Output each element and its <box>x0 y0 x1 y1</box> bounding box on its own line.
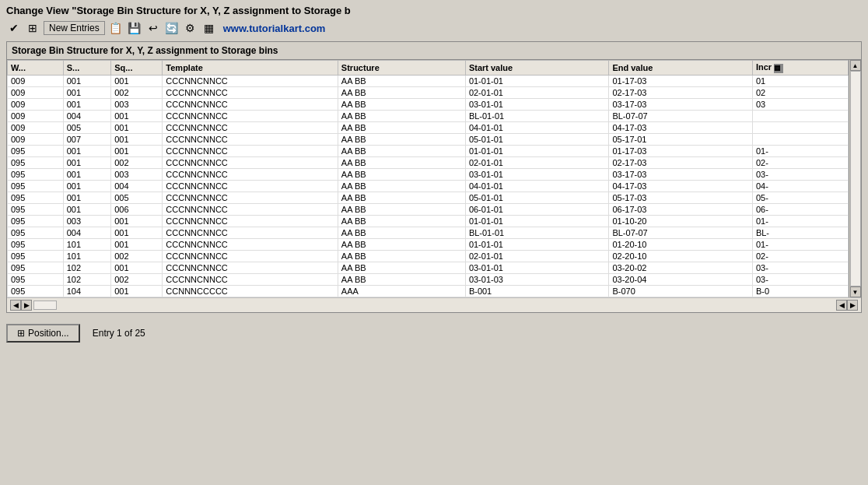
table-row[interactable]: 009 004 001 CCCNNCNNCC AA BB BL-01-01 BL… <box>8 111 849 122</box>
new-entries-button[interactable]: New Entries <box>44 21 105 35</box>
cell-s: 001 <box>63 87 111 99</box>
cell-structure: AA BB <box>338 99 465 111</box>
cell-incr: 03 <box>752 99 848 111</box>
table-row[interactable]: 095 001 002 CCCNNCNNCC AA BB 02-01-01 02… <box>8 157 849 169</box>
table-icon[interactable]: ⊞ <box>25 20 40 36</box>
undo-icon[interactable]: ↩ <box>145 20 161 36</box>
table-row[interactable]: 095 001 003 CCCNNCNNCC AA BB 03-01-01 03… <box>8 169 849 181</box>
table-row[interactable]: 009 001 002 CCCNNCNNCC AA BB 02-01-01 02… <box>8 87 849 99</box>
watermark: www.tutorialkart.com <box>223 23 326 34</box>
table-row[interactable]: 095 001 005 CCCNNCNNCC AA BB 05-01-01 05… <box>8 192 849 204</box>
position-button[interactable]: ⊞ Position... <box>6 324 80 343</box>
scroll-track[interactable] <box>850 71 861 286</box>
cell-w: 009 <box>8 76 64 87</box>
check-icon[interactable]: ✔ <box>6 20 22 36</box>
cell-incr: B-0 <box>752 286 848 297</box>
table-row[interactable]: 009 007 001 CCCNNCNNCC AA BB 05-01-01 05… <box>8 134 849 146</box>
col-header-template: Template <box>163 61 338 76</box>
cell-start: 04-01-01 <box>465 181 609 192</box>
table-row[interactable]: 095 001 004 CCCNNCNNCC AA BB 04-01-01 04… <box>8 181 849 192</box>
table-row[interactable]: 095 102 001 CCCNNCNNCC AA BB 03-01-01 03… <box>8 262 849 274</box>
copy-icon[interactable]: 📋 <box>108 20 124 36</box>
cell-s: 007 <box>63 134 111 146</box>
cell-incr: 01 <box>752 76 848 87</box>
cell-sq: 002 <box>111 87 163 99</box>
cell-incr: 03- <box>752 262 848 274</box>
horiz-scroll-track[interactable] <box>33 300 57 310</box>
cell-structure: AA BB <box>338 192 465 204</box>
refresh-icon[interactable]: 🔄 <box>164 20 180 36</box>
cell-s: 101 <box>63 239 111 251</box>
column-settings-icon[interactable]: ▦ <box>774 64 783 73</box>
table-row[interactable]: 009 005 001 CCCNNCNNCC AA BB 04-01-01 04… <box>8 122 849 134</box>
cell-structure: AA BB <box>338 251 465 262</box>
cell-end: 01-10-20 <box>609 216 753 227</box>
cell-end: 03-17-03 <box>609 169 753 181</box>
nav-row: ◀ ▶ ◀ ▶ <box>7 297 861 312</box>
cell-sq: 001 <box>111 122 163 134</box>
cell-incr: 01- <box>752 239 848 251</box>
cell-start: 05-01-01 <box>465 134 609 146</box>
cell-w: 095 <box>8 169 64 181</box>
cell-sq: 005 <box>111 192 163 204</box>
table-row[interactable]: 009 001 003 CCCNNCNNCC AA BB 03-01-01 03… <box>8 99 849 111</box>
cell-w: 009 <box>8 87 64 99</box>
cell-incr <box>752 111 848 122</box>
nav-left-arrow[interactable]: ◀ <box>10 300 21 311</box>
cell-sq: 001 <box>111 146 163 157</box>
table-row[interactable]: 095 104 001 CCNNNCCCCC AAA B-001 B-070 B… <box>8 286 849 297</box>
cell-template: CCCNNCNNCC <box>163 262 338 274</box>
cell-structure: AA BB <box>338 122 465 134</box>
settings-icon[interactable]: ⚙ <box>183 20 198 36</box>
cell-sq: 001 <box>111 134 163 146</box>
cell-template: CCCNNCNNCC <box>163 157 338 169</box>
cell-start: 02-01-01 <box>465 251 609 262</box>
nav-horiz-right[interactable]: ▶ <box>847 300 858 311</box>
page-title: Change View "Storage Bin Structure for X… <box>6 5 351 16</box>
cell-sq: 001 <box>111 239 163 251</box>
table-row[interactable]: 095 001 006 CCCNNCNNCC AA BB 06-01-01 06… <box>8 204 849 216</box>
new-entries-label: New Entries <box>49 23 100 33</box>
cell-w: 095 <box>8 204 64 216</box>
nav-horiz-left[interactable]: ◀ <box>836 300 847 311</box>
cell-s: 001 <box>63 192 111 204</box>
cell-sq: 003 <box>111 169 163 181</box>
layout-icon[interactable]: ▦ <box>201 20 217 36</box>
cell-s: 003 <box>63 216 111 227</box>
cell-incr: 02- <box>752 251 848 262</box>
nav-right-arrow[interactable]: ▶ <box>21 300 32 311</box>
table-outer: W... S... Sq... Template Structure Start… <box>7 60 861 297</box>
cell-end: BL-07-07 <box>609 111 753 122</box>
table-row[interactable]: 095 001 001 CCCNNCNNCC AA BB 01-01-01 01… <box>8 146 849 157</box>
cell-structure: AAA <box>338 286 465 297</box>
table-row[interactable]: 095 003 001 CCCNNCNNCC AA BB 01-01-01 01… <box>8 216 849 227</box>
cell-end: 04-17-03 <box>609 122 753 134</box>
cell-s: 001 <box>63 146 111 157</box>
cell-template: CCCNNCNNCC <box>163 227 338 239</box>
cell-start: 01-01-01 <box>465 239 609 251</box>
main-container: Storage Bin Structure for X, Y, Z assign… <box>6 41 862 313</box>
table-row[interactable]: 095 101 001 CCCNNCNNCC AA BB 01-01-01 01… <box>8 239 849 251</box>
cell-incr: 03- <box>752 169 848 181</box>
table-row[interactable]: 009 001 001 CCCNNCNNCC AA BB 01-01-01 01… <box>8 76 849 87</box>
cell-template: CCCNNCNNCC <box>163 87 338 99</box>
scroll-down-arrow[interactable]: ▼ <box>850 286 861 297</box>
table-row[interactable]: 095 102 002 CCCNNCNNCC AA BB 03-01-03 03… <box>8 274 849 286</box>
scroll-up-arrow[interactable]: ▲ <box>850 60 861 71</box>
cell-start: 02-01-01 <box>465 157 609 169</box>
cell-structure: AA BB <box>338 204 465 216</box>
cell-incr <box>752 122 848 134</box>
cell-w: 095 <box>8 251 64 262</box>
cell-w: 009 <box>8 111 64 122</box>
cell-w: 095 <box>8 216 64 227</box>
cell-start: B-001 <box>465 286 609 297</box>
cell-incr: 02 <box>752 87 848 99</box>
table-row[interactable]: 095 101 002 CCCNNCNNCC AA BB 02-01-01 02… <box>8 251 849 262</box>
cell-template: CCCNNCNNCC <box>163 251 338 262</box>
cell-incr: 05- <box>752 192 848 204</box>
table-row[interactable]: 095 004 001 CCCNNCNNCC AA BB BL-01-01 BL… <box>8 227 849 239</box>
cell-structure: AA BB <box>338 216 465 227</box>
save-icon[interactable]: 💾 <box>127 20 142 36</box>
cell-sq: 006 <box>111 204 163 216</box>
vertical-scrollbar[interactable]: ▲ ▼ <box>849 60 861 297</box>
